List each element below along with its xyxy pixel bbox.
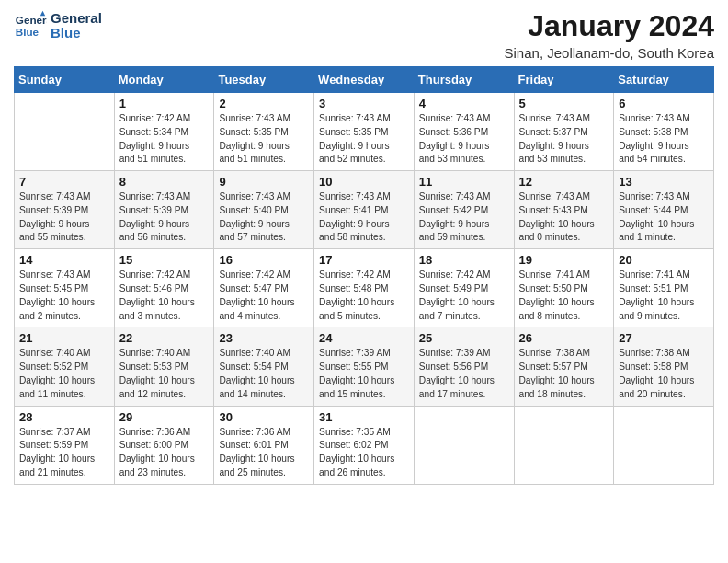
day-number: 1 <box>119 97 210 110</box>
day-info: Sunrise: 7:39 AM Sunset: 5:56 PM Dayligh… <box>419 347 509 401</box>
day-number: 31 <box>319 410 409 424</box>
calendar-cell <box>414 406 514 484</box>
day-info: Sunrise: 7:43 AM Sunset: 5:36 PM Dayligh… <box>419 112 509 167</box>
day-number: 7 <box>19 175 109 189</box>
day-info: Sunrise: 7:43 AM Sunset: 5:42 PM Dayligh… <box>419 190 509 245</box>
day-info: Sunrise: 7:39 AM Sunset: 5:55 PM Dayligh… <box>319 347 409 401</box>
calendar-cell: 24Sunrise: 7:39 AM Sunset: 5:55 PM Dayli… <box>314 327 415 406</box>
logo-icon: General Blue <box>14 9 47 42</box>
calendar-cell: 29Sunrise: 7:36 AM Sunset: 6:00 PM Dayli… <box>114 406 214 484</box>
svg-text:Blue: Blue <box>16 26 40 38</box>
day-info: Sunrise: 7:41 AM Sunset: 5:51 PM Dayligh… <box>619 269 709 323</box>
calendar-cell: 16Sunrise: 7:42 AM Sunset: 5:47 PM Dayli… <box>214 249 314 327</box>
logo-text-general: General <box>51 11 102 27</box>
day-info: Sunrise: 7:36 AM Sunset: 6:01 PM Dayligh… <box>219 426 309 480</box>
day-info: Sunrise: 7:42 AM Sunset: 5:46 PM Dayligh… <box>119 269 210 323</box>
day-number: 13 <box>619 175 709 189</box>
day-number: 24 <box>319 331 409 345</box>
day-info: Sunrise: 7:43 AM Sunset: 5:35 PM Dayligh… <box>219 112 309 167</box>
day-info: Sunrise: 7:41 AM Sunset: 5:50 PM Dayligh… <box>519 269 609 323</box>
day-number: 20 <box>619 253 709 267</box>
calendar-cell: 20Sunrise: 7:41 AM Sunset: 5:51 PM Dayli… <box>614 249 714 327</box>
day-number: 18 <box>419 253 509 267</box>
calendar-cell <box>15 93 115 171</box>
calendar-cell: 13Sunrise: 7:43 AM Sunset: 5:44 PM Dayli… <box>614 171 714 249</box>
day-info: Sunrise: 7:38 AM Sunset: 5:57 PM Dayligh… <box>519 347 609 401</box>
page-header: General Blue General Blue January 2024 S… <box>14 9 714 61</box>
calendar-header-row: SundayMondayTuesdayWednesdayThursdayFrid… <box>15 67 714 93</box>
calendar-cell: 18Sunrise: 7:42 AM Sunset: 5:49 PM Dayli… <box>414 249 514 327</box>
calendar-cell: 19Sunrise: 7:41 AM Sunset: 5:50 PM Dayli… <box>514 249 614 327</box>
day-number: 30 <box>219 410 309 424</box>
calendar-week-row: 1Sunrise: 7:42 AM Sunset: 5:34 PM Daylig… <box>15 93 714 171</box>
day-info: Sunrise: 7:35 AM Sunset: 6:02 PM Dayligh… <box>319 426 409 480</box>
day-number: 12 <box>519 175 609 189</box>
day-info: Sunrise: 7:42 AM Sunset: 5:34 PM Dayligh… <box>119 112 210 167</box>
day-number: 14 <box>19 253 109 267</box>
location-title: Sinan, Jeollanam-do, South Korea <box>505 45 714 61</box>
col-header-friday: Friday <box>514 67 614 93</box>
day-number: 22 <box>119 331 210 345</box>
day-info: Sunrise: 7:43 AM Sunset: 5:44 PM Dayligh… <box>619 190 709 245</box>
col-header-wednesday: Wednesday <box>314 67 415 93</box>
day-number: 25 <box>419 331 509 345</box>
day-info: Sunrise: 7:43 AM Sunset: 5:39 PM Dayligh… <box>119 190 210 245</box>
calendar-cell: 12Sunrise: 7:43 AM Sunset: 5:43 PM Dayli… <box>514 171 614 249</box>
calendar-cell: 22Sunrise: 7:40 AM Sunset: 5:53 PM Dayli… <box>114 327 214 406</box>
col-header-monday: Monday <box>114 67 214 93</box>
calendar-table: SundayMondayTuesdayWednesdayThursdayFrid… <box>14 66 714 485</box>
day-number: 11 <box>419 175 509 189</box>
day-info: Sunrise: 7:40 AM Sunset: 5:53 PM Dayligh… <box>119 347 210 401</box>
day-info: Sunrise: 7:36 AM Sunset: 6:00 PM Dayligh… <box>119 426 210 480</box>
day-info: Sunrise: 7:43 AM Sunset: 5:35 PM Dayligh… <box>319 112 409 167</box>
day-number: 5 <box>519 97 609 110</box>
day-number: 4 <box>419 97 509 110</box>
calendar-cell <box>514 406 614 484</box>
calendar-cell: 10Sunrise: 7:43 AM Sunset: 5:41 PM Dayli… <box>314 171 415 249</box>
calendar-cell: 26Sunrise: 7:38 AM Sunset: 5:57 PM Dayli… <box>514 327 614 406</box>
calendar-cell: 21Sunrise: 7:40 AM Sunset: 5:52 PM Dayli… <box>15 327 115 406</box>
calendar-cell: 30Sunrise: 7:36 AM Sunset: 6:01 PM Dayli… <box>214 406 314 484</box>
calendar-cell: 27Sunrise: 7:38 AM Sunset: 5:58 PM Dayli… <box>614 327 714 406</box>
day-number: 19 <box>519 253 609 267</box>
day-info: Sunrise: 7:43 AM Sunset: 5:41 PM Dayligh… <box>319 190 409 245</box>
calendar-cell: 25Sunrise: 7:39 AM Sunset: 5:56 PM Dayli… <box>414 327 514 406</box>
calendar-cell: 23Sunrise: 7:40 AM Sunset: 5:54 PM Dayli… <box>214 327 314 406</box>
month-title: January 2024 <box>505 9 714 43</box>
day-number: 29 <box>119 410 210 424</box>
calendar-cell: 7Sunrise: 7:43 AM Sunset: 5:39 PM Daylig… <box>15 171 115 249</box>
day-number: 28 <box>19 410 109 424</box>
calendar-cell: 15Sunrise: 7:42 AM Sunset: 5:46 PM Dayli… <box>114 249 214 327</box>
calendar-cell: 17Sunrise: 7:42 AM Sunset: 5:48 PM Dayli… <box>314 249 415 327</box>
calendar-week-row: 28Sunrise: 7:37 AM Sunset: 5:59 PM Dayli… <box>15 406 714 484</box>
day-info: Sunrise: 7:42 AM Sunset: 5:49 PM Dayligh… <box>419 269 509 323</box>
day-info: Sunrise: 7:37 AM Sunset: 5:59 PM Dayligh… <box>19 426 109 480</box>
day-number: 17 <box>319 253 409 267</box>
calendar-cell: 2Sunrise: 7:43 AM Sunset: 5:35 PM Daylig… <box>214 93 314 171</box>
calendar-cell: 14Sunrise: 7:43 AM Sunset: 5:45 PM Dayli… <box>15 249 115 327</box>
day-number: 16 <box>219 253 309 267</box>
day-number: 2 <box>219 97 309 110</box>
day-info: Sunrise: 7:38 AM Sunset: 5:58 PM Dayligh… <box>619 347 709 401</box>
day-number: 3 <box>319 97 409 110</box>
day-info: Sunrise: 7:43 AM Sunset: 5:45 PM Dayligh… <box>19 269 109 323</box>
day-info: Sunrise: 7:43 AM Sunset: 5:38 PM Dayligh… <box>619 112 709 167</box>
day-number: 6 <box>619 97 709 110</box>
day-number: 21 <box>19 331 109 345</box>
day-info: Sunrise: 7:40 AM Sunset: 5:52 PM Dayligh… <box>19 347 109 401</box>
day-info: Sunrise: 7:42 AM Sunset: 5:47 PM Dayligh… <box>219 269 309 323</box>
day-number: 27 <box>619 331 709 345</box>
day-info: Sunrise: 7:43 AM Sunset: 5:40 PM Dayligh… <box>219 190 309 245</box>
day-number: 23 <box>219 331 309 345</box>
day-number: 9 <box>219 175 309 189</box>
day-info: Sunrise: 7:42 AM Sunset: 5:48 PM Dayligh… <box>319 269 409 323</box>
calendar-cell: 8Sunrise: 7:43 AM Sunset: 5:39 PM Daylig… <box>114 171 214 249</box>
calendar-cell: 1Sunrise: 7:42 AM Sunset: 5:34 PM Daylig… <box>114 93 214 171</box>
calendar-cell: 4Sunrise: 7:43 AM Sunset: 5:36 PM Daylig… <box>414 93 514 171</box>
col-header-sunday: Sunday <box>15 67 115 93</box>
calendar-week-row: 14Sunrise: 7:43 AM Sunset: 5:45 PM Dayli… <box>15 249 714 327</box>
title-block: January 2024 Sinan, Jeollanam-do, South … <box>505 9 714 61</box>
calendar-cell: 5Sunrise: 7:43 AM Sunset: 5:37 PM Daylig… <box>514 93 614 171</box>
day-info: Sunrise: 7:43 AM Sunset: 5:43 PM Dayligh… <box>519 190 609 245</box>
day-info: Sunrise: 7:43 AM Sunset: 5:37 PM Dayligh… <box>519 112 609 167</box>
